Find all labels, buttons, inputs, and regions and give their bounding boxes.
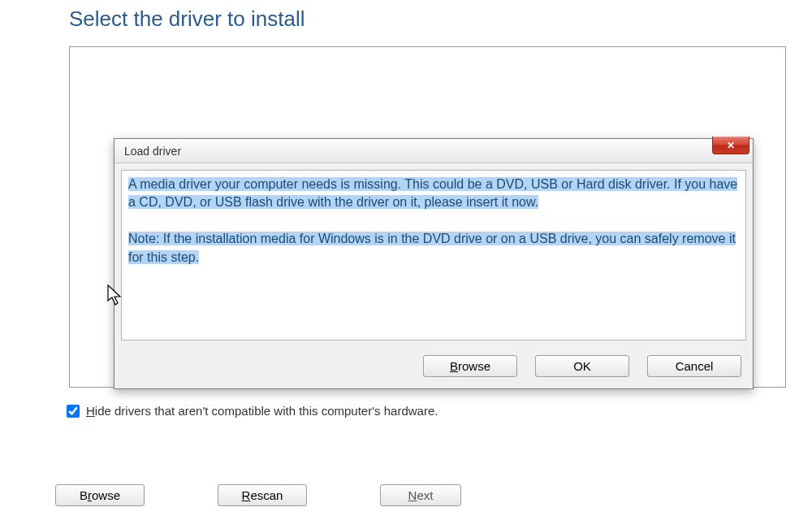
bottom-button-row: Browse Rescan Next <box>0 484 812 506</box>
dialog-body[interactable]: A media driver your computer needs is mi… <box>121 170 746 340</box>
close-button[interactable]: ✕ <box>712 137 749 154</box>
dialog-ok-button[interactable]: OK <box>535 355 629 377</box>
page-title: Select the driver to install <box>69 7 796 32</box>
next-button[interactable]: Next <box>380 484 461 506</box>
dialog-titlebar[interactable]: Load driver ✕ <box>114 139 753 163</box>
dialog-message-2: Note: If the installation media for Wind… <box>128 232 736 263</box>
dialog-title: Load driver <box>124 145 181 158</box>
hide-incompatible-checkbox[interactable] <box>67 405 80 418</box>
browse-button[interactable]: Browse <box>55 484 145 506</box>
dialog-message-1: A media driver your computer needs is mi… <box>128 177 737 209</box>
rescan-button[interactable]: Rescan <box>218 484 307 506</box>
dialog-button-row: Browse OK Cancel <box>114 347 753 388</box>
load-driver-dialog: Load driver ✕ A media driver your comput… <box>114 138 754 389</box>
hide-incompatible-label[interactable]: Hide drivers that aren't compatible with… <box>86 404 438 418</box>
hide-incompatible-row: Hide drivers that aren't compatible with… <box>67 404 796 418</box>
dialog-cancel-button[interactable]: Cancel <box>647 355 741 377</box>
dialog-browse-button[interactable]: Browse <box>423 355 517 377</box>
close-icon: ✕ <box>727 141 735 150</box>
